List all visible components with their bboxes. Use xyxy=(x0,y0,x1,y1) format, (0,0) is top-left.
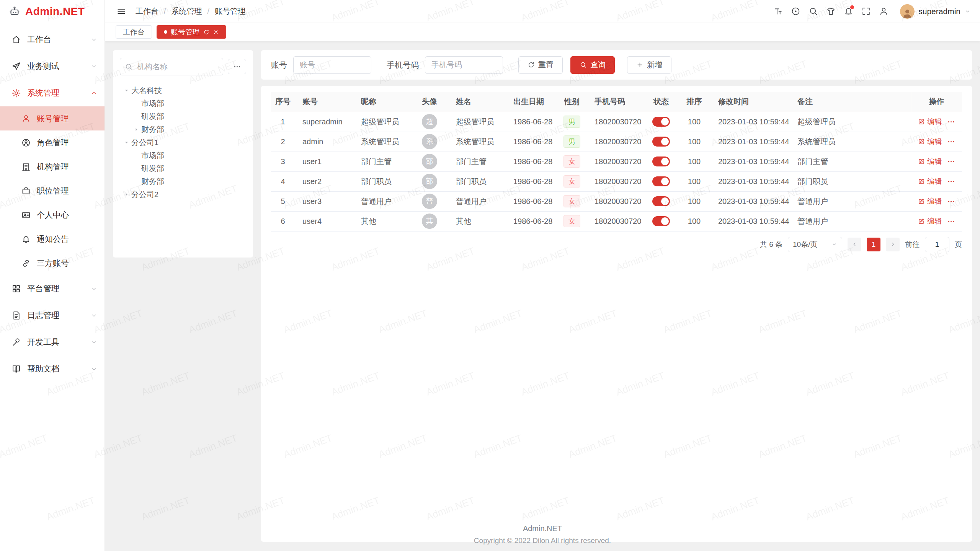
tree-node[interactable]: 财务部 xyxy=(120,123,246,136)
row-more-button[interactable] xyxy=(947,178,955,186)
close-icon[interactable] xyxy=(213,29,219,35)
cell-seq: 2 xyxy=(271,132,295,152)
account-input[interactable] xyxy=(293,56,371,74)
fullscreen-icon[interactable] xyxy=(858,3,874,20)
user-icon[interactable] xyxy=(875,3,892,20)
search-button[interactable]: 查询 xyxy=(570,56,615,74)
edit-button[interactable]: 编辑 xyxy=(918,137,942,147)
sidebar-item-dev-tools[interactable]: 开发工具 xyxy=(0,329,105,355)
search-icon[interactable] xyxy=(805,3,821,20)
phone-input[interactable] xyxy=(425,56,503,74)
cell-status xyxy=(644,132,678,152)
goto-page-input[interactable] xyxy=(925,237,949,252)
next-page-button[interactable] xyxy=(886,238,900,251)
column-header-sort: 排序 xyxy=(678,92,710,112)
sidebar-item-notice-announcement[interactable]: 通知公告 xyxy=(0,227,105,251)
sidebar-item-platform-management[interactable]: 平台管理 xyxy=(0,275,105,302)
id-card-icon xyxy=(21,210,31,220)
add-button[interactable]: 新增 xyxy=(627,56,671,74)
sidebar-item-system-management[interactable]: 系统管理 xyxy=(0,80,105,106)
bell-icon[interactable] xyxy=(840,3,856,20)
tree-more-button[interactable] xyxy=(228,59,246,74)
status-toggle[interactable] xyxy=(652,117,670,127)
cell-account: user4 xyxy=(295,211,353,231)
tree-collapse-caret-icon[interactable] xyxy=(131,127,141,132)
brand-logo[interactable]: Admin.NET xyxy=(0,0,105,23)
cell-status xyxy=(644,152,678,171)
tree-node[interactable]: 财务部 xyxy=(120,175,246,188)
hamburger-menu-icon[interactable] xyxy=(114,4,129,19)
cell-gender: 男 xyxy=(557,112,587,132)
search-icon xyxy=(125,63,132,70)
org-search-input[interactable] xyxy=(120,58,223,75)
column-header-status: 状态 xyxy=(644,92,678,112)
edit-button[interactable]: 编辑 xyxy=(918,176,942,186)
breadcrumb-item[interactable]: 工作台 xyxy=(136,6,158,16)
status-toggle[interactable] xyxy=(652,176,670,186)
cell-gender: 女 xyxy=(557,171,587,191)
status-toggle[interactable] xyxy=(652,137,670,147)
status-toggle[interactable] xyxy=(652,196,670,206)
sidebar-item-role-management[interactable]: 角色管理 xyxy=(0,130,105,155)
tree-node[interactable]: 市场部 xyxy=(120,149,246,162)
chevron-up-icon xyxy=(90,90,98,97)
column-header-nickname: 昵称 xyxy=(353,92,411,112)
circle-dot-icon[interactable] xyxy=(787,3,804,20)
cell-remark: 超级管理员 xyxy=(790,112,911,132)
tree-expand-caret-icon[interactable] xyxy=(121,88,131,93)
sidebar-item-position-management[interactable]: 职位管理 xyxy=(0,179,105,203)
tree-expand-caret-icon[interactable] xyxy=(121,140,131,145)
sidebar-item-label: 平台管理 xyxy=(27,283,84,294)
cell-name: 部门职员 xyxy=(448,171,506,191)
row-more-button[interactable] xyxy=(947,217,955,225)
shirt-icon[interactable] xyxy=(823,3,839,20)
tree-node[interactable]: 分公司2 xyxy=(120,188,246,201)
cell-account: superadmin xyxy=(295,112,353,132)
tree-collapse-caret-icon[interactable] xyxy=(121,192,131,197)
bell-icon xyxy=(21,235,31,244)
page-1-button[interactable]: 1 xyxy=(867,238,880,251)
cell-birth: 1986-06-28 xyxy=(506,112,557,132)
row-more-button[interactable] xyxy=(947,158,955,166)
edit-button[interactable]: 编辑 xyxy=(918,117,942,127)
sidebar-item-profile-center[interactable]: 个人中心 xyxy=(0,203,105,227)
tab-account-management[interactable]: 账号管理 xyxy=(157,25,226,39)
document-icon xyxy=(11,311,21,320)
edit-button[interactable]: 编辑 xyxy=(918,216,942,226)
row-more-button[interactable] xyxy=(947,118,955,126)
search-label: 查询 xyxy=(590,60,606,70)
refresh-icon[interactable] xyxy=(203,29,209,35)
tree-node[interactable]: 大名科技 xyxy=(120,84,246,97)
text-size-icon[interactable] xyxy=(770,3,786,20)
sidebar-item-third-party-account[interactable]: 三方账号 xyxy=(0,251,105,275)
page-suffix: 页 xyxy=(955,240,962,249)
reset-button[interactable]: 重置 xyxy=(518,56,563,74)
footer: Admin.NET Copyright © 2022 Dilon All rig… xyxy=(105,524,980,545)
edit-button[interactable]: 编辑 xyxy=(918,156,942,166)
sidebar-item-account-management[interactable]: 账号管理 xyxy=(0,106,105,130)
edit-label: 编辑 xyxy=(927,216,942,226)
cell-remark: 部门主管 xyxy=(790,152,911,171)
status-toggle[interactable] xyxy=(652,156,670,166)
row-avatar: 超 xyxy=(422,114,437,129)
tree-node[interactable]: 研发部 xyxy=(120,162,246,175)
tree-node[interactable]: 研发部 xyxy=(120,110,246,123)
edit-button[interactable]: 编辑 xyxy=(918,196,942,206)
sidebar-item-org-management[interactable]: 机构管理 xyxy=(0,155,105,179)
user-menu[interactable]: superadmin xyxy=(900,4,971,19)
tree-node[interactable]: 分公司1 xyxy=(120,136,246,149)
sidebar-item-log-management[interactable]: 日志管理 xyxy=(0,302,105,329)
page-size-select[interactable]: 10条/页 xyxy=(788,237,842,252)
row-more-button[interactable] xyxy=(947,197,955,205)
status-toggle[interactable] xyxy=(652,216,670,226)
sidebar-item-label: 账号管理 xyxy=(37,113,105,124)
sidebar-item-workbench[interactable]: 工作台 xyxy=(0,26,105,53)
sidebar-item-help-docs[interactable]: 帮助文档 xyxy=(0,355,105,382)
breadcrumb-item[interactable]: 系统管理 xyxy=(172,6,202,16)
tab-workbench[interactable]: 工作台 xyxy=(116,25,152,39)
row-more-button[interactable] xyxy=(947,138,955,146)
sidebar-item-business-test[interactable]: 业务测试 xyxy=(0,53,105,80)
goto-label: 前往 xyxy=(905,240,920,249)
prev-page-button[interactable] xyxy=(848,238,861,251)
tree-node[interactable]: 市场部 xyxy=(120,97,246,110)
